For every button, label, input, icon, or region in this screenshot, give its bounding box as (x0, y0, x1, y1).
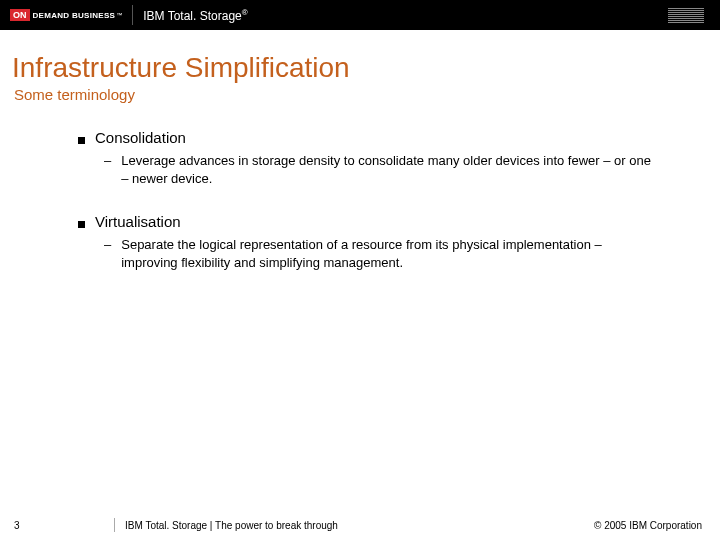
term-desc-text: Separate the logical representation of a… (121, 236, 660, 271)
product-reg: ® (242, 8, 248, 17)
term-heading-text: Virtualisation (95, 213, 181, 230)
square-bullet-icon (78, 221, 85, 228)
term-heading: Virtualisation (78, 213, 660, 230)
term-desc: – Leverage advances in storage density t… (104, 152, 660, 187)
title-block: Infrastructure Simplification Some termi… (0, 30, 720, 103)
ibm-logo-icon (668, 8, 704, 23)
badge-on: ON (10, 9, 30, 21)
term-desc-text: Leverage advances in storage density to … (121, 152, 660, 187)
footer-copyright: © 2005 IBM Corporation (594, 520, 702, 531)
dash-bullet-icon: – (104, 236, 111, 271)
slide-header: ON DEMAND BUSINESS ™ IBM Total. Storage® (0, 0, 720, 30)
slide-subtitle: Some terminology (14, 86, 720, 103)
header-left: ON DEMAND BUSINESS ™ IBM Total. Storage® (0, 0, 248, 30)
slide-title: Infrastructure Simplification (12, 52, 720, 84)
badge-text: DEMAND BUSINESS (33, 11, 116, 20)
dash-bullet-icon: – (104, 152, 111, 187)
square-bullet-icon (78, 137, 85, 144)
slide-footer: 3 IBM Total. Storage | The power to brea… (0, 518, 720, 532)
product-text: IBM Total. Storage (143, 9, 242, 23)
term-heading-text: Consolidation (95, 129, 186, 146)
slide-content: Consolidation – Leverage advances in sto… (0, 103, 720, 271)
term-heading: Consolidation (78, 129, 660, 146)
badge-tm: ™ (116, 12, 122, 18)
product-name: IBM Total. Storage® (143, 8, 247, 23)
footer-divider (114, 518, 115, 532)
header-divider (132, 5, 133, 25)
term-desc: – Separate the logical representation of… (104, 236, 660, 271)
on-demand-business-badge: ON DEMAND BUSINESS ™ (10, 4, 122, 26)
page-number: 3 (0, 520, 54, 531)
footer-tagline: IBM Total. Storage | The power to break … (125, 520, 594, 531)
